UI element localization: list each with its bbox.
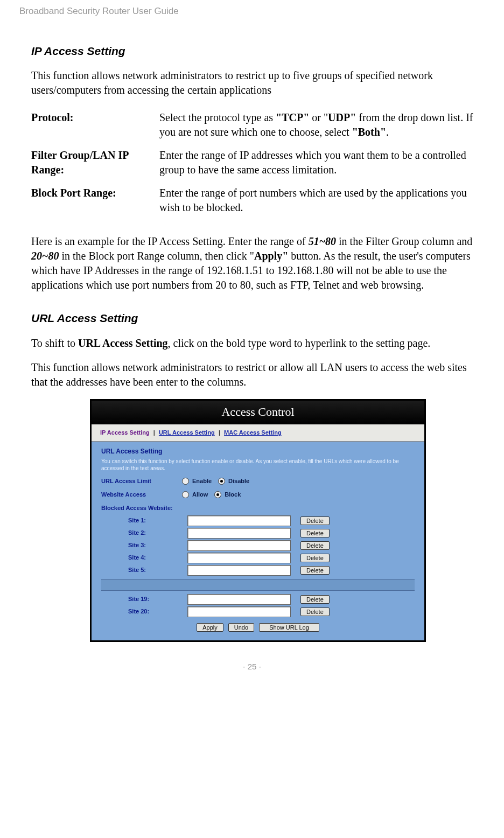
enable-label: Enable	[192, 477, 212, 485]
definition-table: Protocol: Select the protocol type as "T…	[31, 107, 485, 220]
site-2-input[interactable]	[187, 528, 291, 539]
site-row: Site 2: Delete	[101, 528, 415, 539]
site-5-label: Site 5:	[101, 566, 187, 574]
delete-button[interactable]: Delete	[300, 529, 330, 537]
delete-button[interactable]: Delete	[300, 516, 330, 525]
example-paragraph: Here is an example for the IP Access Set…	[31, 234, 485, 292]
site-row: Site 4: Delete	[101, 553, 415, 563]
page-number: - 25 -	[19, 661, 485, 672]
website-access-label: Website Access	[101, 491, 182, 499]
delete-button[interactable]: Delete	[300, 554, 330, 562]
site-row: Site 20: Delete	[101, 606, 415, 617]
blocked-sites-heading: Blocked Access Website:	[101, 504, 415, 512]
nav-url-access[interactable]: URL Access Setting	[159, 429, 215, 436]
enable-radio[interactable]	[182, 478, 189, 485]
block-label: Block	[225, 491, 241, 499]
site-1-label: Site 1:	[101, 516, 187, 525]
site-2-label: Site 2:	[101, 529, 187, 537]
site-row: Site 19: Delete	[101, 594, 415, 605]
table-row: Block Port Range: Enter the range of por…	[31, 183, 485, 220]
block-port-desc: Enter the range of port numbers which ar…	[159, 183, 485, 220]
site-3-label: Site 3:	[101, 541, 187, 549]
site-20-label: Site 20:	[101, 607, 187, 616]
url-limit-label: URL Access Limit	[101, 477, 182, 485]
footer-buttons: Apply Undo Show URL Log	[101, 619, 415, 637]
filter-group-desc: Enter the range of IP addresses which yo…	[159, 145, 485, 183]
panel-section-desc: You can switch this function by select f…	[101, 458, 415, 472]
site-19-input[interactable]	[187, 594, 291, 605]
nav-mac-access[interactable]: MAC Access Setting	[224, 429, 282, 436]
delete-button[interactable]: Delete	[300, 607, 330, 616]
panel-titlebar: Access Control	[92, 401, 424, 425]
url-p2: This function allows network administrat…	[31, 360, 485, 389]
table-row: Protocol: Select the protocol type as "T…	[31, 107, 485, 145]
apply-button[interactable]: Apply	[197, 623, 223, 632]
disable-radio[interactable]	[218, 478, 225, 485]
site-list-gap	[101, 579, 415, 591]
url-p1: To shift to URL Access Setting, click on…	[31, 336, 485, 351]
ip-access-heading: IP Access Setting	[31, 44, 485, 59]
delete-button[interactable]: Delete	[300, 595, 330, 604]
table-row: Filter Group/LAN IP Range: Enter the ran…	[31, 145, 485, 183]
site-3-input[interactable]	[187, 540, 291, 551]
site-5-input[interactable]	[187, 565, 291, 576]
site-row: Site 3: Delete	[101, 540, 415, 551]
nav-ip-access[interactable]: IP Access Setting	[100, 429, 150, 436]
ip-intro: This function allows network administrat…	[31, 68, 485, 97]
delete-button[interactable]: Delete	[300, 566, 330, 575]
site-19-label: Site 19:	[101, 595, 187, 603]
site-4-input[interactable]	[187, 553, 291, 563]
protocol-label: Protocol:	[31, 107, 159, 145]
site-4-label: Site 4:	[101, 554, 187, 562]
block-radio[interactable]	[214, 491, 221, 498]
subnav: IP Access Setting | URL Access Setting |…	[92, 424, 424, 442]
protocol-desc: Select the protocol type as "TCP" or "UD…	[159, 107, 485, 145]
show-url-log-button[interactable]: Show URL Log	[259, 623, 319, 632]
filter-group-label: Filter Group/LAN IP Range:	[31, 145, 159, 183]
disable-label: Disable	[228, 477, 249, 485]
site-1-input[interactable]	[187, 515, 291, 526]
site-20-input[interactable]	[187, 606, 291, 617]
site-row: Site 5: Delete	[101, 565, 415, 576]
doc-header: Broadband Security Router User Guide	[19, 5, 485, 18]
panel-section-title: URL Access Setting	[101, 447, 415, 456]
allow-label: Allow	[192, 491, 208, 499]
block-port-label: Block Port Range:	[31, 183, 159, 220]
access-control-panel: Access Control IP Access Setting | URL A…	[90, 399, 426, 642]
url-access-heading: URL Access Setting	[31, 311, 485, 326]
site-row: Site 1: Delete	[101, 515, 415, 526]
allow-radio[interactable]	[182, 491, 189, 498]
delete-button[interactable]: Delete	[300, 541, 330, 550]
undo-button[interactable]: Undo	[228, 623, 254, 632]
